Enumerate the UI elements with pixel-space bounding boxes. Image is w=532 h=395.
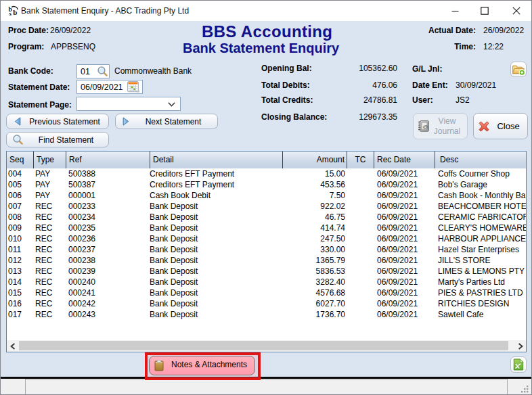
cell-amount: 7.50 [283,190,347,201]
cell-ref: 000234 [68,212,150,223]
cell-detail: Bank Deposit [150,212,282,223]
cell-amount: 1736.70 [283,309,347,320]
arrow-right-icon [123,117,129,126]
cell-detail: Creditors EFT Payment [150,168,282,179]
table-row[interactable]: 011 REC 000237 Bank Deposit 330.00 06/09… [7,244,526,255]
scrollbar-thumb[interactable] [19,341,508,350]
table-row[interactable]: 008 REC 000234 Bank Deposit 46.75 06/09/… [7,212,526,223]
window-title: Bank Statement Enquiry - ABC Trading Pty… [21,1,189,21]
table-row[interactable]: 006 PAY 000001 Cash Book Debit 7.50 06/0… [7,190,526,201]
close-button[interactable]: Close [473,113,528,139]
table-row[interactable]: 010 REC 000236 Bank Deposit 247.50 06/09… [7,233,526,244]
find-statement-button[interactable]: Find Statement [6,132,109,147]
statement-page-select[interactable] [76,97,181,111]
status-bar [1,379,531,395]
cell-detail: Bank Deposit [150,266,282,277]
table-row[interactable]: 012 REC 000238 Bank Deposit 1365.79 06/0… [7,255,526,266]
total-credits-value: 24786.81 [309,95,397,105]
cell-ref: 000242 [68,298,150,309]
cell-tc [348,277,374,287]
time-value: 12:22 [483,42,504,51]
cell-tc [348,223,374,233]
column-header-ref[interactable]: Ref [66,152,150,168]
table-row[interactable]: 013 REC 000239 Bank Deposit 5836.53 06/0… [7,266,526,277]
table-row[interactable]: 016 REC 000242 Bank Deposit 6027.70 06/0… [7,298,526,309]
cell-rec-date: 06/09/2021 [377,233,435,244]
cell-seq: 009 [8,223,33,233]
cell-ref: 000239 [68,266,150,277]
column-header-type[interactable]: Type [34,152,66,168]
chevron-down-icon [168,102,175,107]
column-header-rec-date[interactable]: Rec Date [374,152,435,168]
column-header-amount[interactable]: Amount [283,152,347,168]
maximize-button[interactable] [474,1,495,21]
proc-date-value: 26/09/2022 [50,26,91,35]
cell-type: REC [35,255,66,266]
cell-rec-date: 06/09/2021 [377,168,435,179]
excel-export-button[interactable] [510,356,527,373]
journal-book-icon: @ [418,120,430,133]
cell-desc: JILL'S STORE [438,255,526,266]
table-row[interactable]: 007 REC 000233 Bank Deposit 922.02 06/09… [7,201,526,212]
statement-date-label: Statement Date: [8,83,70,92]
cell-tc [348,244,374,255]
column-header-detail[interactable]: Detail [150,152,283,168]
calendar-icon[interactable] [127,81,140,93]
cell-type: PAY [35,168,66,179]
user-value: JS2 [456,95,470,105]
titlebar: b s b Bank Statement Enquiry - ABC Tradi… [1,1,531,21]
statement-date-input[interactable]: 06/09/2021 [76,80,143,94]
cell-desc: Cash Book - Monthly Bank Fees [438,190,526,201]
cell-tc [348,298,374,309]
cell-rec-date: 06/09/2021 [377,298,435,309]
find-statement-label: Find Statement [24,135,108,145]
table-row[interactable]: 009 REC 000235 Bank Deposit 414.74 06/09… [7,223,526,233]
cell-detail: Bank Deposit [150,255,282,266]
cell-type: REC [35,298,66,309]
minimize-button[interactable] [444,1,466,21]
cell-desc: Coffs Courner Shop [438,168,526,179]
resize-grip[interactable] [520,385,529,394]
column-header-tc[interactable]: TC [347,152,374,168]
table-row[interactable]: 015 REC 000241 Bank Deposit 4576.68 06/0… [7,287,526,298]
bank-code-label: Bank Code: [8,66,53,76]
program-label: Program: [8,42,44,51]
scroll-left-arrow[interactable] [7,340,18,352]
statement-date-value: 06/09/2021 [81,80,123,93]
previous-statement-button[interactable]: Previous Statement [6,114,109,129]
table-row[interactable]: 014 REC 000240 Bank Deposit 3282.40 06/0… [7,277,526,287]
cell-detail: Bank Deposit [150,223,282,233]
table-row[interactable]: 017 REC 000243 Bank Deposit 1736.70 06/0… [7,309,526,320]
cell-amount: 1365.79 [283,255,347,266]
view-journal-label: View Journal [430,116,467,137]
folder-plus-icon [512,64,525,76]
cell-rec-date: 06/09/2021 [377,255,435,266]
svg-text:@: @ [422,124,428,130]
window-close-button[interactable] [506,1,527,21]
cell-rec-date: 06/09/2021 [377,201,435,212]
view-journal-button[interactable]: @ View Journal [413,113,468,139]
bank-code-input[interactable]: 01 [76,64,110,78]
bank-code-lookup-icon[interactable] [97,66,108,77]
cell-rec-date: 06/09/2021 [377,223,435,233]
table-row[interactable]: 004 PAY 500388 Creditors EFT Payment 15.… [7,168,526,179]
scroll-right-arrow[interactable] [514,340,526,352]
cell-detail: Bank Deposit [150,309,282,320]
cell-type: REC [35,277,66,287]
cell-amount: 15.00 [283,168,347,179]
cell-detail: Bank Deposit [150,244,282,255]
gl-journal-folder-button[interactable] [510,62,527,77]
cell-amount: 414.74 [283,223,347,233]
column-header-seq[interactable]: Seq [7,152,34,168]
notes-attachments-button[interactable]: Notes & Attachments [149,356,255,375]
horizontal-scrollbar[interactable] [7,340,526,352]
column-header-desc[interactable]: Desc [435,152,526,168]
cell-type: PAY [35,190,66,201]
cell-tc [348,233,374,244]
chevron-right-icon [518,343,523,350]
cell-type: REC [35,223,66,233]
cell-ref: 500387 [68,179,150,190]
cell-desc: BEACHCOMBER HOTELS [438,201,526,212]
next-statement-button[interactable]: Next Statement [115,114,218,129]
table-row[interactable]: 005 PAY 500387 Creditors EFT Payment 453… [7,179,526,190]
